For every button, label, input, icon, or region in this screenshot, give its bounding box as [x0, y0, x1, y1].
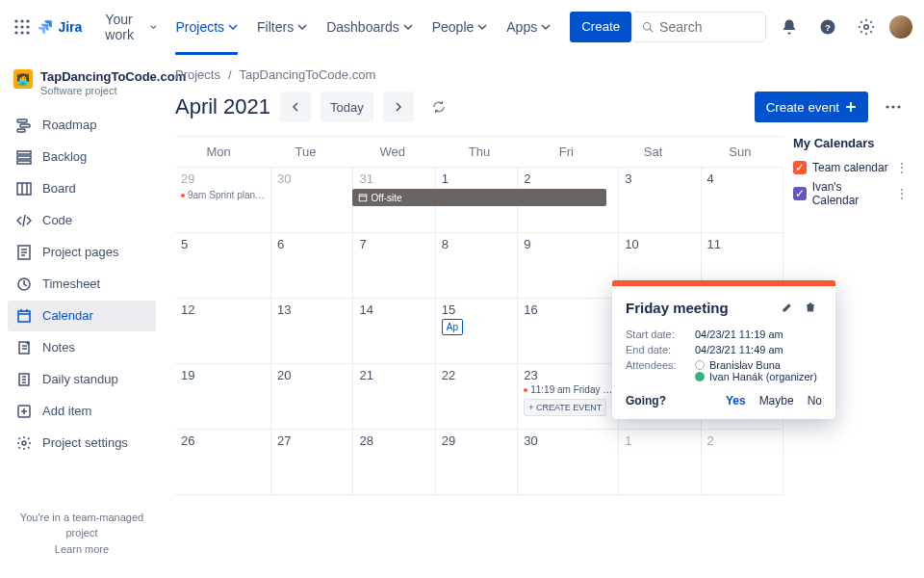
sidebar-item-project-pages[interactable]: Project pages: [8, 237, 156, 268]
svg-point-2: [27, 19, 30, 22]
rsvp-no-button[interactable]: No: [808, 394, 822, 407]
event-pill[interactable]: Ap: [442, 319, 463, 335]
day-cell[interactable]: 28: [353, 430, 435, 495]
main: Projects / TapDancingToCode.com April 20…: [164, 54, 924, 578]
search-icon: [642, 20, 654, 34]
calendar-more-icon[interactable]: ⋮: [895, 161, 909, 174]
event-friday-meeting[interactable]: 11:19 am Friday …: [524, 384, 612, 395]
day-cell[interactable]: 8: [436, 233, 518, 299]
sidebar-item-label: Project settings: [42, 435, 128, 450]
day-cell[interactable]: 6: [271, 233, 353, 299]
day-cell[interactable]: 1: [619, 430, 701, 495]
sidebar-item-project-settings[interactable]: Project settings: [8, 428, 156, 459]
day-cell[interactable]: 12: [175, 299, 271, 364]
day-cell[interactable]: 2: [702, 430, 783, 495]
day-cell[interactable]: 7: [353, 233, 435, 299]
svg-line-10: [650, 29, 653, 32]
rsvp-yes-button[interactable]: Yes: [726, 394, 746, 407]
code-icon: [15, 212, 33, 229]
page-head: April 2021 Today Create event: [175, 92, 909, 136]
create-button[interactable]: Create: [570, 12, 631, 42]
nav-apps[interactable]: Apps: [499, 12, 558, 42]
top-nav: Jira Your work Projects Filters Dashboar…: [0, 0, 924, 54]
day-cell[interactable]: 26: [175, 430, 271, 495]
sidebar-item-board[interactable]: Board: [8, 173, 156, 204]
day-cell[interactable]: 5: [175, 233, 271, 299]
day-cell[interactable]: 15 Ap: [436, 299, 518, 364]
day-cell[interactable]: 3: [619, 168, 701, 233]
next-month-button[interactable]: [383, 92, 414, 122]
refresh-button[interactable]: [424, 92, 454, 122]
day-cell[interactable]: 27: [271, 430, 353, 495]
today-button[interactable]: Today: [321, 92, 373, 122]
day-cell[interactable]: 30: [518, 430, 619, 495]
sidebar-item-notes[interactable]: Notes: [8, 332, 156, 363]
nav-projects[interactable]: Projects: [167, 12, 245, 42]
day-cell[interactable]: 13: [271, 299, 353, 364]
checkbox-icon[interactable]: ✓: [793, 161, 807, 174]
day-cell[interactable]: 19: [175, 364, 271, 430]
day-cell[interactable]: 23 11:19 am Friday … + CREATE EVENT: [518, 364, 619, 430]
start-date-label: Start date:: [626, 328, 687, 340]
delete-button[interactable]: [799, 296, 822, 319]
svg-point-13: [864, 24, 869, 29]
more-button[interactable]: [878, 92, 909, 122]
search-field[interactable]: [659, 19, 756, 35]
settings-icon[interactable]: [851, 12, 882, 42]
chevron-down-icon: [477, 22, 487, 32]
day-cell[interactable]: 9: [518, 233, 619, 299]
prev-month-button[interactable]: [280, 92, 311, 122]
svg-point-44: [897, 105, 900, 108]
sidebar-item-roadmap[interactable]: Roadmap: [8, 110, 156, 141]
calendar-list-item[interactable]: ✓ Team calendar ⋮: [793, 158, 909, 177]
app-switcher-icon[interactable]: [12, 12, 33, 42]
day-cell[interactable]: 29: [436, 430, 518, 495]
nav-your-work[interactable]: Your work: [97, 12, 164, 42]
calendar-icon: [15, 307, 33, 325]
sidebar-item-backlog[interactable]: Backlog: [8, 142, 156, 172]
calendar-more-icon[interactable]: ⋮: [895, 187, 909, 200]
sidebar-item-calendar[interactable]: Calendar: [8, 301, 156, 331]
help-icon[interactable]: ?: [812, 12, 843, 42]
create-event-button[interactable]: Create event: [755, 92, 868, 122]
sidebar-item-code[interactable]: Code: [8, 205, 156, 236]
inline-create-event-button[interactable]: + CREATE EVENT: [524, 399, 606, 416]
day-cell[interactable]: 14: [353, 299, 435, 364]
event-sprint-planning[interactable]: 9am Sprint plan…: [181, 190, 265, 200]
event-offsite[interactable]: Off-site: [352, 189, 607, 206]
breadcrumb-project[interactable]: TapDancingToCode.com: [240, 67, 376, 82]
calendar-list-item[interactable]: ✓ Ivan's Calendar ⋮: [793, 177, 909, 210]
sidebar-item-timesheet[interactable]: Timesheet: [8, 269, 156, 300]
svg-point-6: [15, 31, 18, 34]
learn-more-link[interactable]: Learn more: [12, 541, 152, 558]
sidebar-item-daily-standup[interactable]: Daily standup: [8, 364, 156, 395]
sidebar-item-add-item[interactable]: Add item: [8, 396, 156, 427]
day-cell[interactable]: 16: [518, 299, 619, 364]
nav-dashboards[interactable]: Dashboards: [319, 12, 421, 42]
day-cell[interactable]: 4: [702, 168, 783, 233]
day-cell[interactable]: 22: [436, 364, 518, 430]
breadcrumb-projects[interactable]: Projects: [175, 67, 220, 82]
day-cell[interactable]: 29 9am Sprint plan…: [175, 168, 271, 233]
project-header[interactable]: 🧑‍💻 TapDancingToCode.com Software projec…: [8, 66, 156, 110]
day-cell[interactable]: 21: [353, 364, 435, 430]
edit-button[interactable]: [776, 296, 799, 319]
notifications-icon[interactable]: [774, 12, 805, 42]
day-cell[interactable]: 20: [271, 364, 353, 430]
nav-filters[interactable]: Filters: [249, 12, 315, 42]
search-input[interactable]: [631, 12, 766, 42]
jira-logo[interactable]: Jira: [37, 18, 82, 36]
jira-logo-icon: [37, 18, 54, 36]
attendee-row: Branislav Buna: [695, 359, 822, 371]
day-cell[interactable]: 30: [271, 168, 353, 233]
sidebar-item-label: Notes: [42, 340, 75, 355]
avatar[interactable]: [889, 15, 912, 39]
rsvp-maybe-button[interactable]: Maybe: [759, 394, 794, 407]
roadmap-icon: [15, 117, 33, 134]
start-date-value: 04/23/21 11:19 am: [695, 328, 822, 340]
chevron-down-icon: [297, 22, 307, 32]
checkbox-icon[interactable]: ✓: [793, 187, 807, 200]
breadcrumb: Projects / TapDancingToCode.com: [175, 64, 909, 92]
attendee-name: Ivan Hanák (organizer): [709, 371, 817, 382]
nav-people[interactable]: People: [424, 12, 496, 42]
